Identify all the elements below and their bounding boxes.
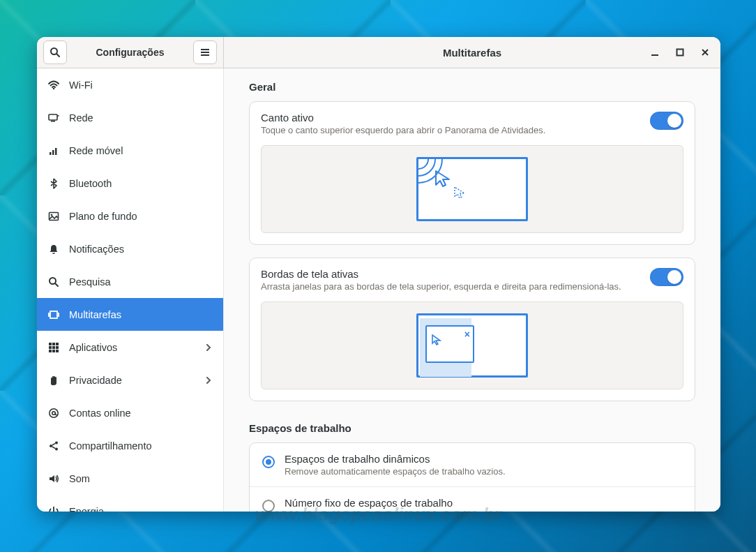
- main: Wi-FiRedeRede móvelBluetoothPlano de fun…: [37, 68, 720, 512]
- radio-icon: [262, 456, 275, 468]
- svg-rect-27: [52, 346, 55, 349]
- sidebar-item-search[interactable]: Pesquisa: [37, 265, 223, 298]
- svg-rect-24: [52, 343, 55, 345]
- hotcorner-card: Canto ativo Toque o canto superior esque…: [249, 101, 695, 245]
- radio-icon: [262, 500, 275, 512]
- sidebar-item-label: Aplicativos: [69, 342, 195, 353]
- cursor-icon: [434, 169, 455, 190]
- bell-icon: [48, 244, 59, 255]
- svg-point-9: [53, 87, 55, 89]
- mobile-icon: [48, 145, 59, 156]
- svg-point-35: [50, 445, 52, 447]
- hotcorner-switch[interactable]: [650, 112, 683, 130]
- svg-rect-31: [56, 350, 59, 352]
- svg-rect-30: [52, 350, 55, 352]
- titlebar-right: Multitarefas: [224, 37, 720, 68]
- sidebar-item-hand[interactable]: Privacidade: [37, 364, 223, 396]
- sidebar-item-label: Rede: [69, 112, 212, 124]
- maximize-icon: [676, 48, 684, 57]
- workspaces-fixed-option[interactable]: Número fixo de espaços de trabalho Espec…: [250, 487, 695, 512]
- search-icon: [48, 276, 59, 288]
- sidebar-item-bell[interactable]: Notificações: [37, 232, 223, 265]
- svg-line-1: [56, 54, 59, 57]
- svg-point-40: [416, 157, 428, 169]
- workspaces-dynamic-option[interactable]: Espaços de trabalho dinâmicos Remove aut…: [250, 443, 695, 487]
- svg-line-37: [52, 443, 56, 445]
- edges-title: Bordas de tela ativas: [261, 268, 621, 280]
- svg-line-19: [55, 283, 58, 286]
- edges-text: Bordas de tela ativas Arrasta janelas pa…: [261, 268, 621, 292]
- content[interactable]: Geral Canto ativo Toque o canto superior…: [224, 68, 720, 512]
- at-icon: [48, 408, 59, 419]
- svg-point-17: [51, 214, 53, 216]
- edges-desc: Arrasta janelas para as bordas de tela s…: [261, 281, 621, 292]
- settings-window: Configurações Multitarefas Wi-FiRedeRede…: [37, 37, 720, 512]
- svg-rect-29: [49, 350, 52, 352]
- hand-icon: [48, 375, 59, 386]
- cursor-icon: [431, 334, 444, 346]
- sidebar-item-label: Plano de fundo: [69, 211, 212, 222]
- chevron-right-icon: [205, 342, 212, 353]
- sidebar-item-power[interactable]: Energia: [37, 495, 223, 512]
- svg-point-36: [55, 447, 58, 450]
- hotcorner-title: Canto ativo: [261, 112, 545, 124]
- bluetooth-icon: [48, 178, 59, 189]
- svg-rect-13: [50, 152, 52, 155]
- edges-switch[interactable]: [650, 268, 683, 286]
- window-controls: [642, 40, 718, 65]
- svg-rect-3: [201, 52, 209, 53]
- sidebar-item-share[interactable]: Compartilhamento: [37, 429, 223, 462]
- power-icon: [48, 506, 59, 512]
- svg-rect-14: [52, 150, 54, 155]
- sidebar-item-label: Rede móvel: [69, 145, 212, 156]
- search-icon: [50, 47, 61, 58]
- sidebar[interactable]: Wi-FiRedeRede móvelBluetoothPlano de fun…: [37, 68, 224, 512]
- wifi-icon: [48, 80, 59, 91]
- svg-rect-11: [51, 121, 55, 122]
- edges-preview: ×: [261, 301, 683, 389]
- titlebar-left: Configurações: [37, 37, 224, 68]
- ws-fixed-desc: Especifica um número permanente de espaç…: [285, 510, 524, 512]
- hotcorner-preview: [261, 145, 683, 233]
- svg-rect-6: [677, 50, 683, 56]
- edges-card: Bordas de tela ativas Arrasta janelas pa…: [249, 258, 695, 401]
- apps-icon: [48, 342, 59, 353]
- sidebar-item-label: Notificações: [69, 244, 212, 255]
- sidebar-item-image[interactable]: Plano de fundo: [37, 200, 223, 232]
- maximize-button[interactable]: [667, 40, 693, 65]
- ws-fixed-title: Número fixo de espaços de trabalho: [285, 497, 524, 509]
- ws-dynamic-title: Espaços de trabalho dinâmicos: [285, 453, 506, 465]
- minimize-icon: [651, 48, 659, 57]
- sidebar-item-label: Som: [69, 473, 212, 484]
- sidebar-item-multitask[interactable]: Multitarefas: [37, 298, 223, 331]
- share-icon: [48, 440, 59, 452]
- sidebar-item-mobile[interactable]: Rede móvel: [37, 134, 223, 167]
- sidebar-item-label: Pesquisa: [69, 276, 212, 288]
- svg-rect-28: [56, 346, 59, 349]
- section-general: Geral: [249, 81, 695, 93]
- sidebar-item-apps[interactable]: Aplicativos: [37, 331, 223, 364]
- close-button[interactable]: [693, 40, 718, 65]
- image-icon: [48, 211, 59, 222]
- sidebar-item-wifi[interactable]: Wi-Fi: [37, 68, 223, 101]
- minimize-button[interactable]: [642, 40, 667, 65]
- svg-rect-23: [49, 343, 52, 345]
- multitask-icon: [48, 309, 59, 320]
- svg-rect-10: [49, 114, 57, 120]
- chevron-right-icon: [205, 375, 212, 386]
- svg-rect-25: [56, 343, 59, 345]
- sidebar-item-label: Multitarefas: [69, 309, 212, 320]
- svg-rect-15: [55, 148, 57, 155]
- menu-button[interactable]: [193, 40, 217, 64]
- search-button[interactable]: [43, 40, 67, 64]
- sidebar-title: Configurações: [69, 47, 191, 58]
- svg-line-38: [52, 447, 56, 449]
- workspaces-card: Espaços de trabalho dinâmicos Remove aut…: [249, 442, 695, 512]
- hotcorner-text: Canto ativo Toque o canto superior esque…: [261, 112, 545, 135]
- sidebar-item-network[interactable]: Rede: [37, 101, 223, 134]
- sidebar-item-label: Energia: [69, 506, 212, 512]
- sidebar-item-at[interactable]: Contas online: [37, 396, 223, 429]
- sidebar-item-bluetooth[interactable]: Bluetooth: [37, 167, 223, 200]
- sidebar-item-sound[interactable]: Som: [37, 462, 223, 495]
- svg-rect-4: [201, 54, 209, 56]
